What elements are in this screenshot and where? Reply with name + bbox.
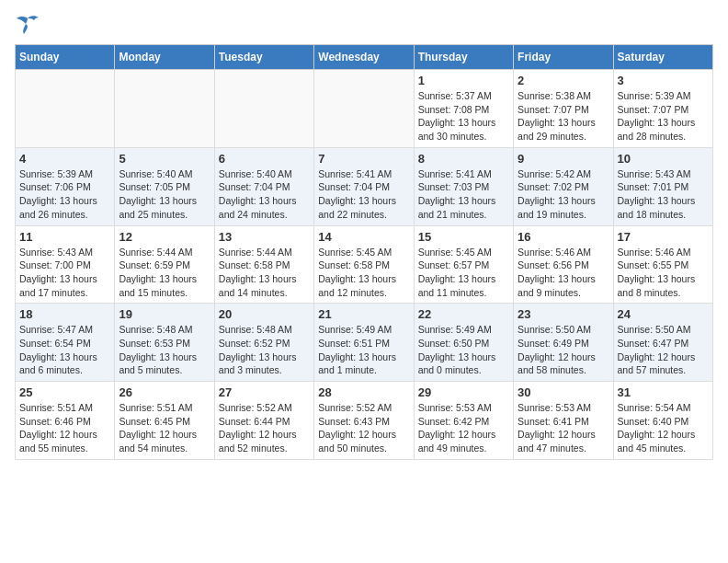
day-header-tuesday: Tuesday — [214, 45, 313, 70]
day-info: Sunrise: 5:40 AM Sunset: 7:05 PM Dayligh… — [119, 167, 210, 222]
day-info: Sunrise: 5:43 AM Sunset: 7:00 PM Dayligh… — [19, 246, 110, 300]
calendar-cell: 10Sunrise: 5:43 AM Sunset: 7:01 PM Dayli… — [613, 147, 712, 225]
calendar-cell: 26Sunrise: 5:51 AM Sunset: 6:45 PM Dayli… — [115, 382, 214, 460]
calendar-cell — [214, 70, 313, 148]
calendar-cell: 14Sunrise: 5:45 AM Sunset: 6:58 PM Dayli… — [314, 225, 414, 304]
page-header — [15, 15, 713, 35]
day-info: Sunrise: 5:52 AM Sunset: 6:44 PM Dayligh… — [219, 401, 310, 455]
day-info: Sunrise: 5:48 AM Sunset: 6:53 PM Dayligh… — [119, 323, 210, 377]
day-number: 19 — [119, 307, 210, 321]
day-info: Sunrise: 5:41 AM Sunset: 7:03 PM Dayligh… — [418, 167, 509, 222]
day-number: 31 — [618, 385, 709, 399]
day-info: Sunrise: 5:49 AM Sunset: 6:50 PM Dayligh… — [418, 323, 509, 377]
calendar-cell: 4Sunrise: 5:39 AM Sunset: 7:06 PM Daylig… — [16, 147, 115, 225]
calendar-cell: 27Sunrise: 5:52 AM Sunset: 6:44 PM Dayli… — [214, 382, 313, 460]
day-info: Sunrise: 5:51 AM Sunset: 6:46 PM Dayligh… — [19, 401, 110, 455]
day-number: 29 — [418, 385, 509, 399]
day-number: 18 — [19, 307, 110, 321]
day-info: Sunrise: 5:51 AM Sunset: 6:45 PM Dayligh… — [119, 401, 210, 455]
calendar-week-row: 25Sunrise: 5:51 AM Sunset: 6:46 PM Dayli… — [16, 382, 713, 460]
day-info: Sunrise: 5:39 AM Sunset: 7:07 PM Dayligh… — [618, 89, 709, 144]
calendar-cell: 13Sunrise: 5:44 AM Sunset: 6:58 PM Dayli… — [214, 225, 313, 304]
day-info: Sunrise: 5:41 AM Sunset: 7:04 PM Dayligh… — [318, 167, 409, 222]
calendar-cell: 22Sunrise: 5:49 AM Sunset: 6:50 PM Dayli… — [414, 304, 513, 382]
day-number: 15 — [418, 230, 509, 244]
calendar-table: SundayMondayTuesdayWednesdayThursdayFrid… — [15, 44, 713, 460]
day-info: Sunrise: 5:50 AM Sunset: 6:49 PM Dayligh… — [518, 323, 609, 377]
calendar-cell: 31Sunrise: 5:54 AM Sunset: 6:40 PM Dayli… — [613, 382, 712, 460]
day-info: Sunrise: 5:38 AM Sunset: 7:07 PM Dayligh… — [518, 89, 609, 144]
calendar-cell: 16Sunrise: 5:46 AM Sunset: 6:56 PM Dayli… — [514, 225, 613, 304]
day-number: 20 — [219, 307, 310, 321]
calendar-cell: 7Sunrise: 5:41 AM Sunset: 7:04 PM Daylig… — [314, 147, 414, 225]
day-number: 1 — [418, 74, 509, 87]
day-number: 7 — [318, 152, 409, 166]
calendar-cell — [314, 70, 414, 148]
day-info: Sunrise: 5:39 AM Sunset: 7:06 PM Dayligh… — [19, 167, 110, 222]
day-header-wednesday: Wednesday — [314, 45, 414, 70]
day-info: Sunrise: 5:42 AM Sunset: 7:02 PM Dayligh… — [518, 167, 609, 222]
day-number: 22 — [418, 307, 509, 321]
day-number: 21 — [318, 307, 409, 321]
calendar-week-row: 18Sunrise: 5:47 AM Sunset: 6:54 PM Dayli… — [16, 304, 713, 382]
day-number: 28 — [318, 385, 409, 399]
day-info: Sunrise: 5:46 AM Sunset: 6:55 PM Dayligh… — [618, 246, 709, 300]
calendar-cell: 20Sunrise: 5:48 AM Sunset: 6:52 PM Dayli… — [214, 304, 313, 382]
day-number: 24 — [618, 307, 709, 321]
day-info: Sunrise: 5:40 AM Sunset: 7:04 PM Dayligh… — [219, 167, 310, 222]
calendar-cell: 12Sunrise: 5:44 AM Sunset: 6:59 PM Dayli… — [115, 225, 214, 304]
day-info: Sunrise: 5:52 AM Sunset: 6:43 PM Dayligh… — [318, 401, 409, 455]
day-info: Sunrise: 5:49 AM Sunset: 6:51 PM Dayligh… — [318, 323, 409, 377]
calendar-cell: 19Sunrise: 5:48 AM Sunset: 6:53 PM Dayli… — [115, 304, 214, 382]
day-info: Sunrise: 5:45 AM Sunset: 6:58 PM Dayligh… — [318, 246, 409, 300]
day-number: 8 — [418, 152, 509, 166]
day-number: 13 — [219, 230, 310, 244]
day-number: 27 — [219, 385, 310, 399]
day-number: 2 — [518, 74, 609, 87]
day-header-thursday: Thursday — [414, 45, 513, 70]
calendar-cell: 5Sunrise: 5:40 AM Sunset: 7:05 PM Daylig… — [115, 147, 214, 225]
day-header-friday: Friday — [514, 45, 613, 70]
calendar-cell: 6Sunrise: 5:40 AM Sunset: 7:04 PM Daylig… — [214, 147, 313, 225]
calendar-cell: 11Sunrise: 5:43 AM Sunset: 7:00 PM Dayli… — [16, 225, 115, 304]
day-number: 25 — [19, 385, 110, 399]
day-info: Sunrise: 5:45 AM Sunset: 6:57 PM Dayligh… — [418, 246, 509, 300]
calendar-cell: 1Sunrise: 5:37 AM Sunset: 7:08 PM Daylig… — [414, 70, 513, 148]
day-number: 30 — [518, 385, 609, 399]
day-number: 5 — [119, 152, 210, 166]
calendar-cell: 3Sunrise: 5:39 AM Sunset: 7:07 PM Daylig… — [613, 70, 712, 148]
day-number: 12 — [119, 230, 210, 244]
day-number: 23 — [518, 307, 609, 321]
calendar-cell: 8Sunrise: 5:41 AM Sunset: 7:03 PM Daylig… — [414, 147, 513, 225]
day-number: 16 — [518, 230, 609, 244]
day-number: 11 — [19, 230, 110, 244]
calendar-header-row: SundayMondayTuesdayWednesdayThursdayFrid… — [16, 45, 713, 70]
day-info: Sunrise: 5:46 AM Sunset: 6:56 PM Dayligh… — [518, 246, 609, 300]
day-number: 3 — [618, 74, 709, 87]
day-number: 9 — [518, 152, 609, 166]
calendar-cell: 28Sunrise: 5:52 AM Sunset: 6:43 PM Dayli… — [314, 382, 414, 460]
calendar-cell: 24Sunrise: 5:50 AM Sunset: 6:47 PM Dayli… — [613, 304, 712, 382]
calendar-cell: 9Sunrise: 5:42 AM Sunset: 7:02 PM Daylig… — [514, 147, 613, 225]
calendar-cell: 23Sunrise: 5:50 AM Sunset: 6:49 PM Dayli… — [514, 304, 613, 382]
calendar-cell: 21Sunrise: 5:49 AM Sunset: 6:51 PM Dayli… — [314, 304, 414, 382]
calendar-cell: 29Sunrise: 5:53 AM Sunset: 6:42 PM Dayli… — [414, 382, 513, 460]
day-info: Sunrise: 5:48 AM Sunset: 6:52 PM Dayligh… — [219, 323, 310, 377]
day-number: 17 — [618, 230, 709, 244]
logo-bird-icon — [15, 15, 40, 35]
day-info: Sunrise: 5:47 AM Sunset: 6:54 PM Dayligh… — [19, 323, 110, 377]
day-info: Sunrise: 5:44 AM Sunset: 6:58 PM Dayligh… — [219, 246, 310, 300]
day-info: Sunrise: 5:50 AM Sunset: 6:47 PM Dayligh… — [618, 323, 709, 377]
day-number: 4 — [19, 152, 110, 166]
calendar-cell — [16, 70, 115, 148]
calendar-cell — [115, 70, 214, 148]
day-number: 6 — [219, 152, 310, 166]
day-info: Sunrise: 5:43 AM Sunset: 7:01 PM Dayligh… — [618, 167, 709, 222]
calendar-cell: 30Sunrise: 5:53 AM Sunset: 6:41 PM Dayli… — [514, 382, 613, 460]
day-info: Sunrise: 5:53 AM Sunset: 6:42 PM Dayligh… — [418, 401, 509, 455]
calendar-cell: 17Sunrise: 5:46 AM Sunset: 6:55 PM Dayli… — [613, 225, 712, 304]
calendar-cell: 18Sunrise: 5:47 AM Sunset: 6:54 PM Dayli… — [16, 304, 115, 382]
calendar-week-row: 1Sunrise: 5:37 AM Sunset: 7:08 PM Daylig… — [16, 70, 713, 148]
calendar-cell: 2Sunrise: 5:38 AM Sunset: 7:07 PM Daylig… — [514, 70, 613, 148]
calendar-cell: 25Sunrise: 5:51 AM Sunset: 6:46 PM Dayli… — [16, 382, 115, 460]
